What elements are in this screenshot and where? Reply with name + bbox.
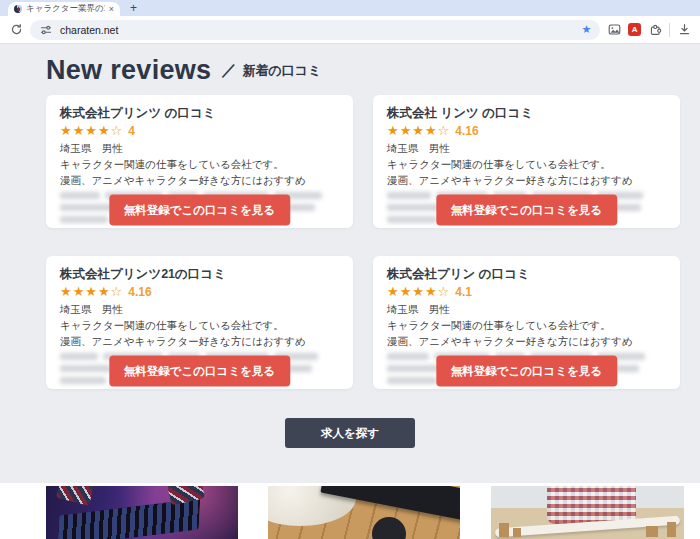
blurred-review-text: 無料登録でこの口コミを見る <box>387 353 666 393</box>
review-line: 漫画、アニメやキャラクター好きな方にはおすすめ <box>387 174 666 187</box>
browser-tab[interactable]: キャラクター業界の求人・転職な × <box>8 2 120 16</box>
review-line: キャラクター関連の仕事をしている会社です。 <box>387 158 666 171</box>
reviewer-meta: 埼玉県 男性 <box>387 142 666 155</box>
extensions-puzzle-icon[interactable] <box>648 23 662 37</box>
photo-gaming-keyboard[interactable] <box>46 486 238 539</box>
review-card: 株式会社プリン の口コミ ★★★★☆ 4.1 埼玉県 男性 キャラクター関連の仕… <box>373 256 680 389</box>
review-line: 漫画、アニメやキャラクター好きな方にはおすすめ <box>60 174 339 187</box>
view-review-cta-button[interactable]: 無料登録でこの口コミを見る <box>109 356 290 387</box>
image-capture-icon[interactable] <box>607 23 621 37</box>
photo-woodworking[interactable] <box>491 486 684 539</box>
heading-divider: ／ <box>221 61 236 80</box>
review-line: キャラクター関連の仕事をしている会社です。 <box>60 319 339 332</box>
rating-value: 4.1 <box>455 285 472 299</box>
wood-block-shape <box>667 522 676 537</box>
review-line: キャラクター関連の仕事をしている会社です。 <box>60 158 339 171</box>
company-review-title: 株式会社プリンツ の口コミ <box>60 105 339 121</box>
rating-value: 4 <box>128 124 135 138</box>
blurred-review-text: 無料登録でこの口コミを見る <box>387 192 666 232</box>
site-info-icon[interactable] <box>39 23 53 37</box>
company-review-title: 株式会社プリン の口コミ <box>387 266 666 282</box>
blurred-review-text: 無料登録でこの口コミを見る <box>60 353 339 393</box>
chair-wheel-shape <box>372 517 406 539</box>
star-rating-icons: ★★★★☆ <box>60 284 123 299</box>
keyboard-shape <box>57 498 200 539</box>
site-favicon-icon <box>14 5 22 13</box>
photo-tablet-on-floor[interactable] <box>268 486 460 539</box>
review-line: 漫画、アニメやキャラクター好きな方にはおすすめ <box>387 335 666 348</box>
blurred-review-text: 無料登録でこの口コミを見る <box>60 192 339 232</box>
star-rating-icons: ★★★★☆ <box>387 123 450 138</box>
wood-block-shape <box>513 528 521 537</box>
bottom-photo-band <box>0 483 700 539</box>
review-card: 株式会社プリンツ21の口コミ ★★★★☆ 4.16 埼玉県 男性 キャラクター関… <box>46 256 353 389</box>
view-review-cta-button[interactable]: 無料登録でこの口コミを見る <box>436 195 617 226</box>
page-title: New reviews <box>46 55 211 86</box>
reviewer-meta: 埼玉県 男性 <box>60 142 339 155</box>
address-bar[interactable]: charaten.net ★ <box>30 20 600 40</box>
url-text: charaten.net <box>60 24 574 36</box>
tab-strip: キャラクター業界の求人・転職な × + <box>0 0 700 16</box>
section-heading: New reviews ／ 新着の口コミ <box>46 55 321 86</box>
page-subtitle: 新着の口コミ <box>242 62 321 80</box>
reviewer-meta: 埼玉県 男性 <box>60 303 339 316</box>
wood-block-shape <box>499 523 509 537</box>
download-icon[interactable] <box>677 23 691 37</box>
page-body: New reviews ／ 新着の口コミ 株式会社プリンツ の口コミ ★★★★☆… <box>0 44 700 483</box>
new-tab-button[interactable]: + <box>130 2 137 14</box>
rating-value: 4.16 <box>128 285 151 299</box>
star-rating-icons: ★★★★☆ <box>60 123 123 138</box>
star-rating-icons: ★★★★☆ <box>387 284 450 299</box>
browser-toolbar: charaten.net ★ A <box>0 16 700 44</box>
review-card: 株式会社プリンツ の口コミ ★★★★☆ 4 埼玉県 男性 キャラクター関連の仕事… <box>46 95 353 228</box>
reload-icon[interactable] <box>9 23 23 37</box>
company-review-title: 株式会社プリンツ21の口コミ <box>60 266 339 282</box>
reviewer-meta: 埼玉県 男性 <box>387 303 666 316</box>
tab-close-icon[interactable]: × <box>109 5 114 14</box>
tab-title: キャラクター業界の求人・転職な <box>26 3 105 15</box>
wood-block-shape <box>646 526 658 537</box>
view-review-cta-button[interactable]: 無料登録でこの口コミを見る <box>109 195 290 226</box>
bookmark-star-icon[interactable]: ★ <box>581 24 591 35</box>
review-line: キャラクター関連の仕事をしている会社です。 <box>387 319 666 332</box>
plaid-cuff-shape <box>55 486 93 506</box>
search-jobs-button[interactable]: 求人を探す <box>285 418 415 448</box>
pdf-extension-icon[interactable]: A <box>628 23 641 36</box>
company-review-title: 株式会社 リンツ の口コミ <box>387 105 666 121</box>
review-cards-grid: 株式会社プリンツ の口コミ ★★★★☆ 4 埼玉県 男性 キャラクター関連の仕事… <box>46 95 680 389</box>
plaid-shirt-shape <box>547 486 636 524</box>
review-card: 株式会社 リンツ の口コミ ★★★★☆ 4.16 埼玉県 男性 キャラクター関連… <box>373 95 680 228</box>
rating-value: 4.16 <box>455 124 478 138</box>
toolbar-divider <box>669 23 670 37</box>
view-review-cta-button[interactable]: 無料登録でこの口コミを見る <box>436 356 617 387</box>
review-line: 漫画、アニメやキャラクター好きな方にはおすすめ <box>60 335 339 348</box>
